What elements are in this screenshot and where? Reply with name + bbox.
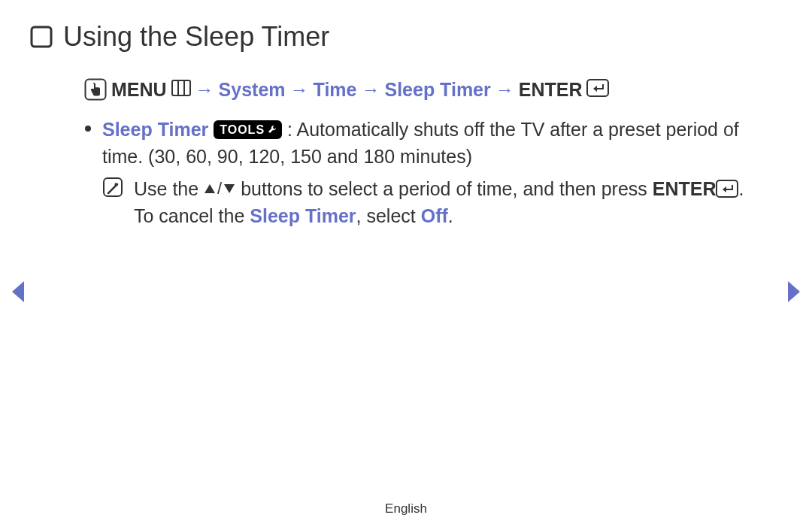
note-enter: ENTER [653,178,717,199]
svg-rect-7 [104,178,122,196]
section-icon [30,26,53,48]
menu-path: MENU → System → Time → Sleep Timer → ENT… [84,78,759,101]
page-title: Using the Sleep Timer [63,21,329,53]
arrow-icon: → [361,79,380,101]
arrow-icon: → [195,79,214,101]
sleep-timer-label: Sleep Timer [102,119,208,140]
prev-page-button[interactable] [11,280,26,304]
svg-rect-2 [172,80,190,95]
enter-icon [586,79,609,97]
note-row: Use the / buttons to select a period of … [102,175,759,230]
bullet-row: Sleep Timer TOOLS : Automatically shuts … [84,116,759,229]
note-content: Use the / buttons to select a period of … [134,175,759,230]
path-system: System [219,79,286,101]
footer-language: English [0,501,812,516]
note-part4: , select [356,205,421,226]
arrow-icon: → [290,79,309,101]
tools-icon [267,124,277,135]
up-down-icon: / [204,177,235,201]
title-row: Using the Sleep Timer [30,21,782,53]
note-part1: Use the [134,178,204,199]
note-part5: . [448,205,453,226]
note-icon [102,177,123,230]
hand-icon [84,78,107,101]
note-sleep-timer: Sleep Timer [250,205,356,226]
content-area: MENU → System → Time → Sleep Timer → ENT… [30,78,782,229]
note-part2: buttons to select a period of time, and … [235,178,653,199]
bullet-icon [84,117,92,229]
next-page-button[interactable] [786,280,801,304]
tools-badge: TOOLS [214,120,282,139]
enter-label: ENTER [519,79,583,101]
menu-icon [171,80,191,96]
note-off: Off [421,205,448,226]
svg-rect-0 [32,27,51,47]
bullet-content: Sleep Timer TOOLS : Automatically shuts … [102,116,759,229]
arrow-icon: → [495,79,514,101]
path-sleep-timer: Sleep Timer [384,79,490,101]
svg-point-6 [85,126,91,132]
menu-label: MENU [111,79,167,101]
path-time: Time [314,79,357,101]
enter-icon [716,180,738,198]
tools-badge-label: TOOLS [220,121,265,138]
